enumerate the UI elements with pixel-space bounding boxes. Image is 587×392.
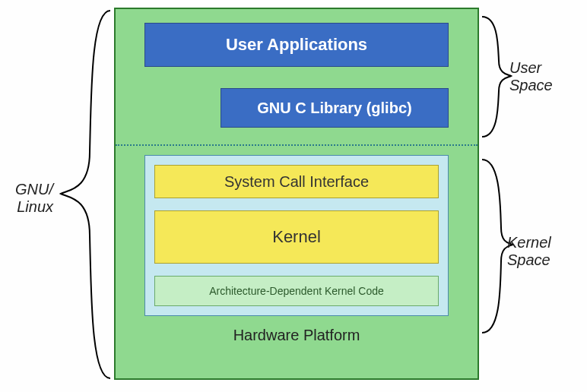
user-applications-box: User Applications [144, 23, 449, 67]
system-call-interface-box: System Call Interface [154, 165, 439, 198]
glibc-label: GNU C Library (glibc) [257, 100, 411, 117]
gnu-linux-text-2: Linux [17, 198, 53, 215]
kernel-label: Kernel [272, 227, 321, 247]
label-user-space: User Space [509, 59, 553, 94]
sci-label: System Call Interface [224, 173, 369, 191]
user-apps-label: User Applications [226, 35, 367, 55]
arch-dependent-code-box: Architecture-Dependent Kernel Code [154, 276, 439, 306]
hardware-platform-label: Hardware Platform [129, 327, 464, 344]
glibc-box: GNU C Library (glibc) [221, 88, 449, 128]
hardware-platform-text: Hardware Platform [233, 327, 360, 343]
kernel-space-text-2: Space [507, 251, 551, 268]
arch-code-label: Architecture-Dependent Kernel Code [209, 285, 384, 297]
user-space-text-1: User [509, 59, 541, 76]
hardware-platform-container: User Applications GNU C Library (glibc) … [114, 8, 479, 380]
user-kernel-divider [116, 144, 478, 146]
kernel-space-text-1: Kernel [507, 234, 551, 251]
kernel-box: Kernel [154, 210, 439, 264]
label-kernel-space: Kernel Space [507, 234, 551, 269]
user-space-text-2: Space [509, 77, 553, 93]
label-gnu-linux: GNU/ Linux [8, 181, 53, 216]
kernel-space-container: System Call Interface Kernel Architectur… [144, 155, 449, 316]
gnu-linux-text-1: GNU/ [15, 181, 53, 198]
